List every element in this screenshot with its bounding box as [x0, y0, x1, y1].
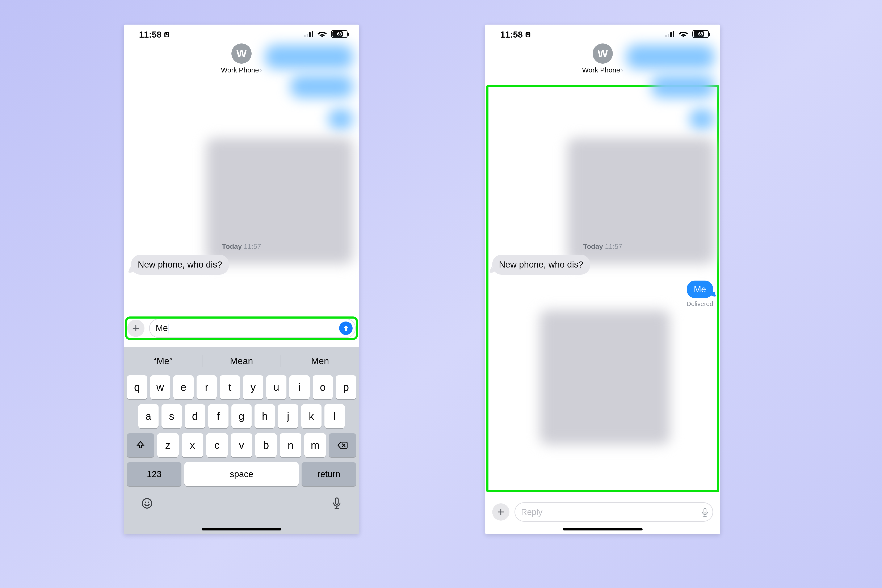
blurred-message [626, 45, 714, 69]
avatar[interactable]: W [592, 44, 613, 64]
phone-right: 11:58 68 W Work Phone› [485, 25, 720, 534]
home-indicator[interactable] [563, 528, 643, 531]
battery-pct: 68 [332, 31, 347, 38]
key-w[interactable]: w [150, 375, 171, 399]
key-b[interactable]: b [255, 433, 277, 457]
key-q[interactable]: q [127, 375, 147, 399]
svg-rect-1 [165, 34, 168, 36]
svg-rect-5 [336, 498, 338, 504]
prediction-option[interactable]: Men [281, 355, 359, 367]
orientation-lock-icon [525, 32, 531, 38]
home-indicator[interactable] [202, 528, 281, 531]
status-bar: 11:58 68 [485, 25, 720, 41]
message-input[interactable]: Reply [514, 502, 713, 522]
avatar-initial: W [236, 47, 246, 60]
attach-button[interactable] [492, 503, 510, 520]
message-input[interactable]: Me [149, 319, 356, 338]
timestamp: Today 11:57 [492, 243, 713, 250]
key-r[interactable]: r [196, 375, 217, 399]
emoji-key[interactable] [141, 497, 153, 510]
key-j[interactable]: j [278, 404, 298, 428]
timestamp-day: Today [222, 243, 242, 250]
incoming-message-text: New phone, who dis? [499, 260, 584, 269]
prediction-text: “Me” [153, 356, 172, 366]
key-row-3: z x c v b n m [124, 433, 359, 457]
space-key[interactable]: space [184, 462, 298, 486]
key-s[interactable]: s [162, 404, 182, 428]
key-row-4: 123 space return [124, 462, 359, 486]
key-l[interactable]: l [324, 404, 345, 428]
plus-icon [496, 508, 505, 516]
status-bar: 11:58 68 [124, 25, 359, 41]
key-o[interactable]: o [313, 375, 333, 399]
key-f[interactable]: f [208, 404, 228, 428]
key-t[interactable]: t [220, 375, 240, 399]
blurred-message [290, 75, 353, 98]
key-x[interactable]: x [182, 433, 203, 457]
avatar-initial: W [597, 47, 608, 60]
plus-icon [132, 324, 140, 332]
compose-bar-highlighted: Me [127, 319, 356, 338]
chevron-right-icon: › [260, 66, 262, 74]
key-c[interactable]: c [206, 433, 228, 457]
key-e[interactable]: e [173, 375, 194, 399]
blurred-message [328, 109, 353, 130]
timestamp: Today 11:57 [131, 243, 352, 250]
svg-rect-7 [526, 34, 530, 36]
avatar[interactable]: W [231, 44, 252, 64]
conversation-thread[interactable]: Today 11:57 New phone, who dis? [124, 243, 359, 274]
key-z[interactable]: z [157, 433, 179, 457]
key-p[interactable]: p [336, 375, 356, 399]
timestamp-time: 11:57 [244, 243, 261, 250]
orientation-lock-icon [164, 32, 170, 38]
backspace-key[interactable] [329, 433, 356, 457]
key-k[interactable]: k [301, 404, 321, 428]
keyboard: “Me” Mean Men q w e r t y u i o p a s d … [124, 347, 359, 534]
message-input-value: Me [156, 323, 337, 333]
svg-point-4 [148, 502, 149, 503]
prediction-option[interactable]: “Me” [124, 355, 202, 367]
attach-button[interactable] [127, 320, 144, 337]
conversation-thread[interactable]: Today 11:57 New phone, who dis? Me Deliv… [485, 243, 720, 308]
dictation-button[interactable] [701, 507, 710, 517]
key-a[interactable]: a [138, 404, 159, 428]
prediction-text: Men [311, 356, 329, 366]
key-h[interactable]: h [255, 404, 275, 428]
shift-key[interactable] [127, 433, 154, 457]
key-d[interactable]: d [185, 404, 205, 428]
svg-point-3 [145, 502, 146, 503]
delivery-status: Delivered [492, 298, 713, 308]
return-key[interactable]: return [302, 462, 356, 486]
contact-name-text: Work Phone [582, 66, 620, 74]
prediction-option[interactable]: Mean [202, 355, 281, 367]
svg-rect-8 [704, 508, 706, 513]
shift-icon [136, 441, 145, 450]
incoming-message-bubble[interactable]: New phone, who dis? [131, 255, 229, 274]
outgoing-message-text: Me [694, 284, 706, 294]
cellular-signal-icon [665, 31, 674, 38]
key-u[interactable]: u [266, 375, 286, 399]
key-row-2: a s d f g h j k l [124, 404, 359, 428]
key-i[interactable]: i [290, 375, 310, 399]
microphone-icon [332, 496, 342, 510]
text-caret [168, 324, 168, 333]
status-time-text: 11:58 [139, 30, 162, 40]
cellular-signal-icon [304, 31, 313, 38]
blurred-message [651, 75, 714, 98]
timestamp-time: 11:57 [605, 243, 622, 250]
status-time: 11:58 [139, 30, 170, 40]
emoji-icon [141, 497, 153, 510]
key-v[interactable]: v [231, 433, 252, 457]
status-time: 11:58 [500, 30, 531, 40]
blurred-photo [540, 310, 670, 445]
key-y[interactable]: y [243, 375, 263, 399]
numbers-key[interactable]: 123 [127, 462, 182, 486]
dictation-key[interactable] [332, 496, 342, 510]
key-g[interactable]: g [231, 404, 252, 428]
key-n[interactable]: n [280, 433, 302, 457]
incoming-message-bubble[interactable]: New phone, who dis? [492, 255, 590, 274]
outgoing-message-bubble[interactable]: Me [687, 280, 713, 298]
send-button[interactable] [339, 321, 352, 335]
delivery-status-text: Delivered [687, 300, 713, 307]
key-m[interactable]: m [304, 433, 326, 457]
